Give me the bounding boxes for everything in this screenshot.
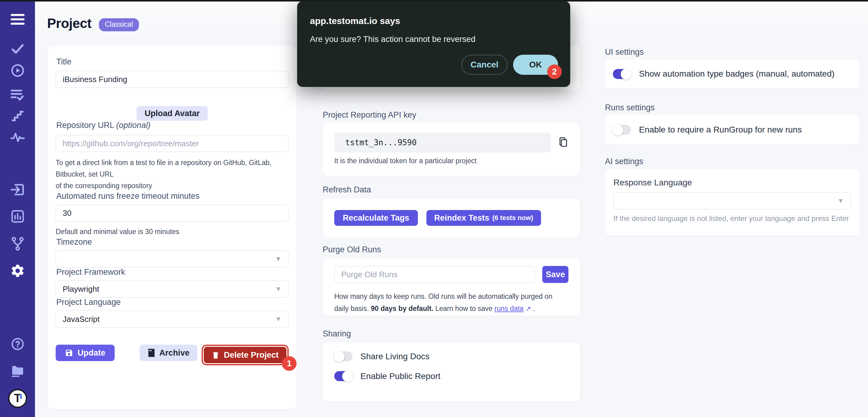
annotation-mark-2: 2 [547,64,562,79]
purge-old-runs-label: Purge Old Runs [323,245,580,254]
ai-settings-label: AI settings [605,157,860,166]
share-living-docs-label: Share Living Docs [361,352,429,361]
enable-public-report-toggle[interactable] [334,371,352,381]
language-label: Project Language [56,297,289,307]
runs-settings-label: Runs settings [605,103,860,113]
reindex-tests-button[interactable]: Reindex Tests (6 tests now) [426,210,541,226]
ai-settings-card: Response Language ▼ If the desired langu… [605,169,860,235]
archive-box-icon [148,349,155,357]
repository-url-label: Repository URL (optional) [56,121,289,130]
copy-icon[interactable] [558,137,568,148]
freeze-timeout-help: Default and minimal value is 30 minutes [56,226,289,237]
repository-url-help: To get a direct link from a test to file… [56,157,289,191]
git-branch-icon[interactable] [11,236,25,251]
upload-avatar-button[interactable]: Upload Avatar [136,106,208,121]
language-select[interactable]: JavaScript▼ [56,311,289,328]
bar-chart-icon[interactable] [11,210,25,223]
rungroup-required-label: Enable to require a RunGroup for new run… [639,125,802,135]
sharing-label: Sharing [323,329,580,339]
freeze-timeout-input[interactable] [56,204,289,222]
chevron-down-icon: ▼ [275,285,282,293]
ok-button[interactable]: OK 2 [513,55,558,75]
window-top-edge [0,0,868,2]
play-circle-icon[interactable] [10,63,25,78]
automation-badges-toggle[interactable] [613,69,631,79]
sharing-card: Share Living Docs Enable Public Report [323,342,580,402]
chevron-down-icon: ▼ [275,315,282,323]
right-column: UI settings Show automation type badges … [605,47,860,235]
confirm-dialog: app.testomat.io says Are you sure? This … [297,1,570,87]
sidebar: T [0,0,35,417]
title-input[interactable] [56,71,289,88]
import-icon[interactable] [10,183,25,196]
api-key-value: tstmt_3n...9590 [334,132,551,153]
purge-old-runs-input[interactable] [334,266,535,283]
repository-url-input[interactable] [56,135,289,152]
api-key-help: It is the individual token for a particu… [334,157,568,165]
external-link-icon: ↗ [526,305,531,313]
runs-data-link[interactable]: runs data [495,304,524,313]
folder-icon[interactable] [10,364,25,378]
automation-badges-label: Show automation type badges (manual, aut… [639,69,835,79]
share-living-docs-row: Share Living Docs [334,351,568,361]
check-icon[interactable] [11,42,25,56]
trash-icon [212,351,220,359]
save-disk-icon [65,349,73,357]
purge-old-runs-card: Save How many days to keep runs. Old run… [323,258,580,316]
timezone-select[interactable]: ▼ [56,251,289,267]
help-circle-icon[interactable] [11,337,25,351]
ui-settings-label: UI settings [605,47,860,57]
response-language-label: Response Language [614,178,851,188]
chevron-down-icon: ▼ [275,255,282,263]
project-settings-card: Title Upload Avatar Repository URL (opti… [48,45,297,409]
list-check-icon[interactable] [10,89,25,101]
framework-label: Project Framework [56,267,289,277]
response-language-select[interactable]: ▼ [614,192,851,210]
page-title: Project [47,16,92,31]
stairs-icon[interactable] [11,109,25,122]
share-living-docs-toggle[interactable] [334,351,352,361]
enable-public-report-label: Enable Public Report [361,372,440,381]
delete-project-button[interactable]: Delete Project [204,347,286,363]
refresh-data-label: Refresh Data [323,185,580,194]
annotation-mark-1: 1 [282,356,297,371]
title-label: Title [56,57,289,67]
delete-button-annotation-ring: Delete Project 1 [202,345,289,365]
timezone-label: Timezone [56,237,289,247]
dialog-message: Are you sure? This action cannot be reve… [310,35,558,44]
gear-icon[interactable] [10,263,25,279]
chevron-down-icon: ▼ [837,197,844,205]
middle-column: Project Reporting API key tstmt_3n...959… [323,45,580,402]
api-key-card: tstmt_3n...9590 It is the individual tok… [323,123,580,176]
update-button[interactable]: Update [56,345,115,361]
ui-settings-card: Show automation type badges (manual, aut… [605,59,860,89]
refresh-data-card: Recalculate Tags Reindex Tests (6 tests … [323,198,580,238]
pulse-icon[interactable] [10,131,25,142]
response-language-help: If the desired language is not listed, e… [614,214,851,223]
enable-public-report-row: Enable Public Report [334,371,568,381]
recalculate-tags-button[interactable]: Recalculate Tags [334,210,418,226]
rungroup-required-toggle[interactable] [613,125,631,135]
archive-button[interactable]: Archive [140,345,197,361]
save-button[interactable]: Save [542,266,568,283]
framework-select[interactable]: Playwright▼ [56,281,289,297]
menu-icon[interactable] [11,14,25,25]
api-key-label: Project Reporting API key [323,110,580,120]
runs-settings-card: Enable to require a RunGroup for new run… [605,115,860,145]
cancel-button[interactable]: Cancel [461,55,507,75]
project-type-badge: Classical [99,18,139,31]
dialog-title: app.testomat.io says [310,16,558,26]
purge-help-text: How many days to keep runs. Old runs wil… [334,290,553,315]
freeze-timeout-label: Automated runs freeze timeout minutes [56,191,289,201]
logo[interactable]: T [8,389,27,408]
